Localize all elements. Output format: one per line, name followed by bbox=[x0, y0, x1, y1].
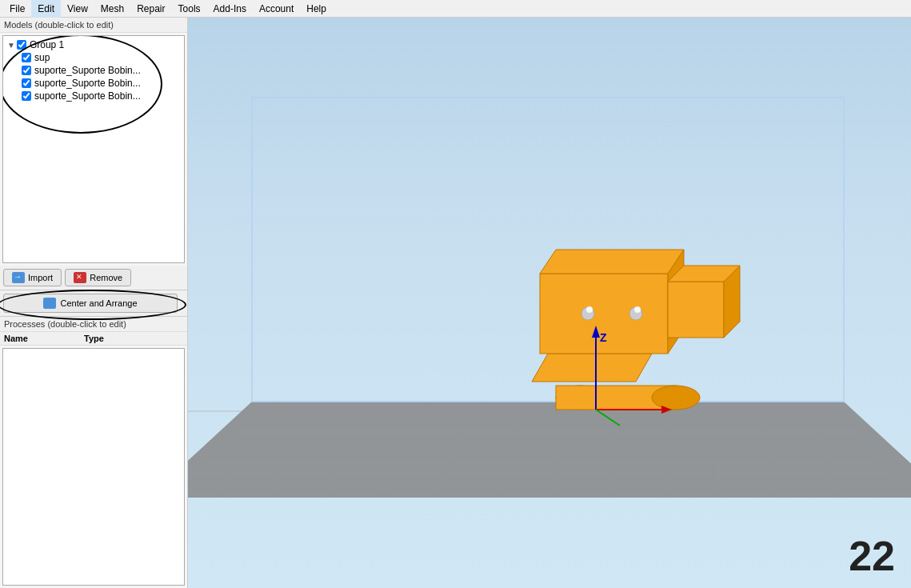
menu-edit[interactable]: Edit bbox=[31, 0, 61, 18]
remove-button[interactable]: Remove bbox=[65, 269, 131, 286]
menu-mesh[interactable]: Mesh bbox=[94, 0, 130, 18]
menu-help[interactable]: Help bbox=[300, 0, 333, 18]
models-buttons: Import Remove bbox=[0, 266, 187, 290]
svg-marker-27 bbox=[532, 354, 652, 382]
svg-point-40 bbox=[634, 306, 641, 313]
viewport-number: 22 bbox=[849, 532, 895, 580]
tree-label-sup: sup bbox=[34, 52, 50, 63]
menu-view[interactable]: View bbox=[61, 0, 94, 18]
import-button[interactable]: Import bbox=[3, 269, 62, 286]
tree-label-suporte1: suporte_Suporte Bobin... bbox=[34, 65, 141, 76]
processes-section: Processes (double-click to edit) Name Ty… bbox=[0, 317, 187, 589]
menu-tools[interactable]: Tools bbox=[172, 0, 207, 18]
center-arrange-container: Center and Arrange bbox=[0, 290, 187, 317]
processes-body bbox=[2, 348, 185, 586]
svg-text:Z: Z bbox=[600, 331, 607, 344]
models-header: Models (double-click to edit) bbox=[0, 18, 187, 33]
import-icon bbox=[12, 272, 25, 283]
tree-item-suporte3[interactable]: suporte_Suporte Bobin... bbox=[20, 90, 182, 102]
svg-point-39 bbox=[586, 306, 593, 313]
models-section: Models (double-click to edit) ▼ Group 1 … bbox=[0, 18, 187, 290]
tree-item-suporte1[interactable]: suporte_Suporte Bobin... bbox=[20, 64, 182, 77]
remove-icon bbox=[74, 272, 86, 283]
viewport[interactable]: Z 22 bbox=[188, 18, 911, 588]
center-arrange-label: Center and Arrange bbox=[60, 298, 137, 308]
tree-item-suporte2[interactable]: suporte_Suporte Bobin... bbox=[20, 77, 182, 90]
tree-checkbox-group1[interactable] bbox=[17, 40, 26, 50]
svg-rect-31 bbox=[668, 282, 724, 338]
tree-item-sup[interactable]: sup bbox=[20, 51, 182, 64]
menu-repair[interactable]: Repair bbox=[130, 0, 171, 18]
tree-checkbox-suporte2[interactable] bbox=[22, 78, 31, 88]
menu-bar: File Edit View Mesh Repair Tools Add-Ins… bbox=[0, 0, 911, 18]
tree-checkbox-sup[interactable] bbox=[22, 53, 31, 62]
menu-account[interactable]: Account bbox=[253, 0, 300, 18]
tree-toggle-group1[interactable]: ▼ bbox=[7, 41, 15, 50]
svg-marker-0 bbox=[188, 402, 911, 498]
menu-addins[interactable]: Add-Ins bbox=[207, 0, 253, 18]
left-panel: Models (double-click to edit) ▼ Group 1 … bbox=[0, 18, 188, 588]
tree-children-group1: sup suporte_Suporte Bobin... suporte_Sup… bbox=[6, 51, 182, 102]
tree-label-group1: Group 1 bbox=[30, 39, 64, 50]
processes-header: Processes (double-click to edit) bbox=[0, 317, 187, 332]
menu-file[interactable]: File bbox=[3, 0, 31, 18]
processes-col-name: Name bbox=[4, 334, 84, 343]
processes-col-type: Type bbox=[84, 334, 183, 343]
center-arrange-button[interactable]: Center and Arrange bbox=[3, 294, 178, 313]
processes-table-header: Name Type bbox=[0, 332, 187, 346]
models-tree: ▼ Group 1 sup suporte_Suporte Bobin... bbox=[2, 35, 185, 263]
main-layout: Models (double-click to edit) ▼ Group 1 … bbox=[0, 18, 911, 588]
center-arrange-icon bbox=[43, 298, 56, 309]
remove-label: Remove bbox=[90, 273, 122, 282]
tree-checkbox-suporte3[interactable] bbox=[22, 91, 31, 101]
tree-checkbox-suporte1[interactable] bbox=[22, 66, 31, 75]
tree-label-suporte3: suporte_Suporte Bobin... bbox=[34, 90, 141, 102]
viewport-svg: Z bbox=[188, 18, 911, 588]
import-label: Import bbox=[28, 273, 53, 282]
svg-point-36 bbox=[652, 386, 700, 410]
svg-marker-29 bbox=[540, 250, 684, 274]
tree-group1[interactable]: ▼ Group 1 bbox=[6, 38, 182, 51]
tree-label-suporte2: suporte_Suporte Bobin... bbox=[34, 78, 141, 89]
